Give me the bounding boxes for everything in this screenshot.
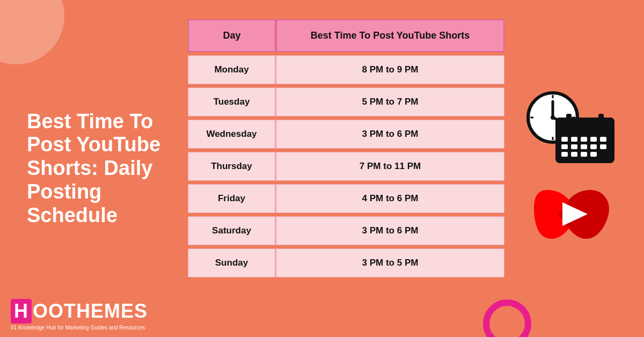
svg-rect-23	[571, 152, 577, 157]
table-body: Monday8 PM to 9 PMTuesday5 PM to 7 PMWed…	[188, 55, 504, 277]
table-row: Tuesday5 PM to 7 PM	[188, 87, 504, 116]
logo-tagline: #1 Knowledge Hub for Marketing Guides an…	[11, 325, 145, 331]
svg-rect-19	[581, 144, 587, 149]
svg-rect-11	[598, 114, 604, 123]
table-header-row: Day Best Time To Post YouTube Shorts	[188, 19, 504, 52]
table-cell-day: Thursday	[188, 152, 276, 181]
table-cell-day: Friday	[188, 184, 276, 213]
table-cell-day: Wednesday	[188, 120, 276, 149]
svg-rect-18	[571, 144, 577, 149]
logo-h-letter: H	[11, 299, 32, 324]
svg-rect-13	[571, 137, 577, 142]
svg-rect-9	[555, 118, 614, 133]
table-cell-time: 8 PM to 9 PM	[276, 55, 504, 84]
table-cell-day: Tuesday	[188, 87, 276, 116]
svg-rect-12	[561, 137, 568, 142]
table-cell-time: 7 PM to 11 PM	[276, 152, 504, 181]
col-day-header: Day	[188, 19, 276, 52]
left-panel: Best Time To Post YouTube Shorts: Daily …	[16, 0, 182, 337]
table-cell-time: 3 PM to 5 PM	[276, 248, 504, 277]
logo-full: H OOTHEMES	[11, 299, 148, 324]
youtube-shorts-svg	[531, 182, 612, 246]
svg-rect-20	[590, 144, 597, 149]
svg-rect-17	[561, 144, 568, 149]
logo-bar: H OOTHEMES #1 Knowledge Hub for Marketin…	[11, 299, 148, 331]
svg-rect-22	[561, 152, 568, 157]
table-row: Saturday3 PM to 6 PM	[188, 216, 504, 245]
table-cell-time: 3 PM to 6 PM	[276, 216, 504, 245]
svg-rect-10	[566, 114, 572, 123]
clock-calendar-icon	[526, 91, 617, 166]
calendar-icon	[553, 112, 617, 166]
table-cell-time: 3 PM to 6 PM	[276, 120, 504, 149]
col-time-header: Best Time To Post YouTube Shorts	[276, 19, 504, 52]
right-panel	[510, 0, 633, 337]
table-cell-day: Monday	[188, 55, 276, 84]
page-background: Best Time To Post YouTube Shorts: Daily …	[0, 0, 644, 337]
table-row: Sunday3 PM to 5 PM	[188, 248, 504, 277]
svg-rect-25	[590, 152, 597, 157]
table-row: Thursday7 PM to 11 PM	[188, 152, 504, 181]
svg-rect-15	[590, 137, 597, 142]
table-cell-day: Sunday	[188, 248, 276, 277]
svg-rect-21	[600, 144, 606, 149]
main-title: Best Time To Post YouTube Shorts: Daily …	[27, 110, 182, 227]
table-cell-time: 4 PM to 6 PM	[276, 184, 504, 213]
logo-brand-name: OOTHEMES	[33, 300, 148, 323]
table-container: Day Best Time To Post YouTube Shorts Mon…	[188, 16, 504, 281]
svg-rect-14	[581, 137, 587, 142]
table-row: Monday8 PM to 9 PM	[188, 55, 504, 84]
table-cell-day: Saturday	[188, 216, 276, 245]
table-row: Wednesday3 PM to 6 PM	[188, 120, 504, 149]
youtube-shorts-icon	[531, 182, 612, 246]
schedule-table: Day Best Time To Post YouTube Shorts Mon…	[188, 16, 504, 281]
table-row: Friday4 PM to 6 PM	[188, 184, 504, 213]
svg-rect-24	[581, 152, 587, 157]
table-cell-time: 5 PM to 7 PM	[276, 87, 504, 116]
svg-rect-16	[600, 137, 606, 142]
